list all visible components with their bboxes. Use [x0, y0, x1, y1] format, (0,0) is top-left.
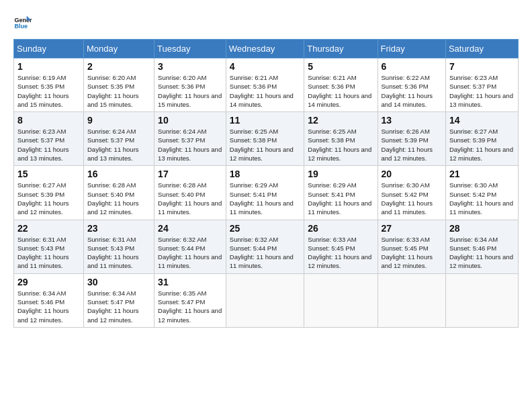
day-info: Sunrise: 6:25 AMSunset: 5:38 PMDaylight:…	[308, 128, 371, 162]
calendar-week-1: 1 Sunrise: 6:19 AMSunset: 5:35 PMDayligh…	[14, 58, 519, 112]
day-info: Sunrise: 6:32 AMSunset: 5:44 PMDaylight:…	[158, 236, 222, 270]
day-info: Sunrise: 6:23 AMSunset: 5:37 PMDaylight:…	[449, 74, 513, 108]
calendar-cell: 2 Sunrise: 6:20 AMSunset: 5:35 PMDayligh…	[84, 58, 154, 112]
day-number: 17	[158, 169, 222, 179]
day-info: Sunrise: 6:25 AMSunset: 5:38 PMDaylight:…	[230, 128, 294, 162]
day-number: 20	[382, 169, 442, 179]
day-number: 16	[87, 169, 150, 179]
calendar-cell: 17 Sunrise: 6:28 AMSunset: 5:40 PMDaylig…	[154, 166, 226, 220]
calendar-cell: 1 Sunrise: 6:19 AMSunset: 5:35 PMDayligh…	[14, 58, 84, 112]
day-number: 23	[87, 223, 150, 234]
day-info: Sunrise: 6:29 AMSunset: 5:41 PMDaylight:…	[308, 181, 371, 216]
calendar-cell	[445, 273, 518, 327]
calendar-table: SundayMondayTuesdayWednesdayThursdayFrid…	[13, 39, 519, 328]
weekday-header-wednesday: Wednesday	[226, 40, 304, 58]
day-number: 18	[230, 169, 301, 179]
day-number: 5	[308, 61, 373, 72]
day-info: Sunrise: 6:32 AMSunset: 5:44 PMDaylight:…	[230, 236, 294, 270]
day-info: Sunrise: 6:33 AMSunset: 5:45 PMDaylight:…	[308, 236, 371, 270]
calendar-cell: 22 Sunrise: 6:31 AMSunset: 5:43 PMDaylig…	[14, 220, 84, 273]
calendar-week-3: 15 Sunrise: 6:27 AMSunset: 5:39 PMDaylig…	[14, 166, 519, 220]
calendar-week-5: 29 Sunrise: 6:34 AMSunset: 5:46 PMDaylig…	[14, 273, 519, 327]
logo: General Blue	[13, 13, 35, 32]
weekday-header-monday: Monday	[84, 40, 154, 58]
day-info: Sunrise: 6:20 AMSunset: 5:36 PMDaylight:…	[158, 74, 222, 108]
day-number: 24	[158, 223, 222, 234]
calendar-week-4: 22 Sunrise: 6:31 AMSunset: 5:43 PMDaylig…	[14, 220, 519, 273]
day-info: Sunrise: 6:19 AMSunset: 5:35 PMDaylight:…	[17, 74, 69, 108]
calendar-cell: 7 Sunrise: 6:23 AMSunset: 5:37 PMDayligh…	[445, 58, 518, 112]
day-number: 29	[17, 277, 80, 287]
day-number: 8	[17, 115, 80, 126]
day-info: Sunrise: 6:34 AMSunset: 5:46 PMDaylight:…	[17, 289, 69, 324]
day-number: 4	[230, 61, 301, 72]
calendar-cell: 20 Sunrise: 6:30 AMSunset: 5:42 PMDaylig…	[378, 166, 445, 220]
day-number: 10	[158, 115, 222, 126]
weekday-header-saturday: Saturday	[445, 40, 518, 58]
calendar-cell: 6 Sunrise: 6:22 AMSunset: 5:36 PMDayligh…	[378, 58, 445, 112]
header: General Blue	[13, 13, 519, 32]
calendar-cell: 23 Sunrise: 6:31 AMSunset: 5:43 PMDaylig…	[84, 220, 154, 273]
day-info: Sunrise: 6:34 AMSunset: 5:46 PMDaylight:…	[449, 236, 513, 270]
day-info: Sunrise: 6:28 AMSunset: 5:40 PMDaylight:…	[87, 181, 139, 216]
calendar-cell: 18 Sunrise: 6:29 AMSunset: 5:41 PMDaylig…	[226, 166, 304, 220]
calendar-cell: 10 Sunrise: 6:24 AMSunset: 5:37 PMDaylig…	[154, 112, 226, 166]
calendar-cell	[378, 273, 445, 327]
calendar-cell: 4 Sunrise: 6:21 AMSunset: 5:36 PMDayligh…	[226, 58, 304, 112]
day-info: Sunrise: 6:34 AMSunset: 5:47 PMDaylight:…	[87, 289, 139, 324]
calendar-cell: 21 Sunrise: 6:30 AMSunset: 5:42 PMDaylig…	[445, 166, 518, 220]
calendar-cell: 9 Sunrise: 6:24 AMSunset: 5:37 PMDayligh…	[84, 112, 154, 166]
calendar-cell: 25 Sunrise: 6:32 AMSunset: 5:44 PMDaylig…	[226, 220, 304, 273]
calendar-cell: 15 Sunrise: 6:27 AMSunset: 5:39 PMDaylig…	[14, 166, 84, 220]
day-number: 14	[449, 115, 515, 126]
day-info: Sunrise: 6:24 AMSunset: 5:37 PMDaylight:…	[87, 128, 139, 162]
calendar-cell: 27 Sunrise: 6:33 AMSunset: 5:45 PMDaylig…	[378, 220, 445, 273]
day-info: Sunrise: 6:29 AMSunset: 5:41 PMDaylight:…	[230, 181, 294, 216]
day-number: 6	[382, 61, 442, 72]
day-number: 11	[230, 115, 301, 126]
day-number: 12	[308, 115, 373, 126]
calendar-cell: 14 Sunrise: 6:27 AMSunset: 5:39 PMDaylig…	[445, 112, 518, 166]
day-number: 26	[308, 223, 373, 234]
calendar-cell: 24 Sunrise: 6:32 AMSunset: 5:44 PMDaylig…	[154, 220, 226, 273]
day-info: Sunrise: 6:24 AMSunset: 5:37 PMDaylight:…	[158, 128, 222, 162]
weekday-header-sunday: Sunday	[14, 40, 84, 58]
day-number: 9	[87, 115, 150, 126]
day-number: 3	[158, 61, 222, 72]
day-info: Sunrise: 6:33 AMSunset: 5:45 PMDaylight:…	[382, 236, 433, 270]
calendar-cell: 31 Sunrise: 6:35 AMSunset: 5:47 PMDaylig…	[154, 273, 226, 327]
day-info: Sunrise: 6:31 AMSunset: 5:43 PMDaylight:…	[17, 236, 69, 270]
day-number: 2	[87, 61, 150, 72]
day-number: 15	[17, 169, 80, 179]
calendar-cell: 28 Sunrise: 6:34 AMSunset: 5:46 PMDaylig…	[445, 220, 518, 273]
calendar-header-row: SundayMondayTuesdayWednesdayThursdayFrid…	[14, 40, 519, 58]
calendar-cell: 16 Sunrise: 6:28 AMSunset: 5:40 PMDaylig…	[84, 166, 154, 220]
weekday-header-friday: Friday	[378, 40, 445, 58]
day-number: 7	[449, 61, 515, 72]
day-info: Sunrise: 6:30 AMSunset: 5:42 PMDaylight:…	[382, 181, 433, 216]
calendar-cell: 29 Sunrise: 6:34 AMSunset: 5:46 PMDaylig…	[14, 273, 84, 327]
day-info: Sunrise: 6:35 AMSunset: 5:47 PMDaylight:…	[158, 289, 222, 324]
calendar-cell	[304, 273, 378, 327]
day-info: Sunrise: 6:22 AMSunset: 5:36 PMDaylight:…	[382, 74, 433, 108]
day-number: 30	[87, 277, 150, 287]
day-number: 1	[17, 61, 80, 72]
day-number: 13	[382, 115, 442, 126]
day-number: 25	[230, 223, 301, 234]
day-number: 31	[158, 277, 222, 287]
svg-text:Blue: Blue	[14, 23, 28, 30]
calendar-week-2: 8 Sunrise: 6:23 AMSunset: 5:37 PMDayligh…	[14, 112, 519, 166]
calendar-cell: 30 Sunrise: 6:34 AMSunset: 5:47 PMDaylig…	[84, 273, 154, 327]
day-number: 27	[382, 223, 442, 234]
calendar-cell: 19 Sunrise: 6:29 AMSunset: 5:41 PMDaylig…	[304, 166, 378, 220]
calendar-cell: 13 Sunrise: 6:26 AMSunset: 5:39 PMDaylig…	[378, 112, 445, 166]
calendar-cell: 3 Sunrise: 6:20 AMSunset: 5:36 PMDayligh…	[154, 58, 226, 112]
calendar-cell: 8 Sunrise: 6:23 AMSunset: 5:37 PMDayligh…	[14, 112, 84, 166]
day-info: Sunrise: 6:28 AMSunset: 5:40 PMDaylight:…	[158, 181, 222, 216]
day-number: 22	[17, 223, 80, 234]
day-info: Sunrise: 6:30 AMSunset: 5:42 PMDaylight:…	[449, 181, 513, 216]
day-number: 21	[449, 169, 515, 179]
weekday-header-tuesday: Tuesday	[154, 40, 226, 58]
day-info: Sunrise: 6:27 AMSunset: 5:39 PMDaylight:…	[449, 128, 513, 162]
day-info: Sunrise: 6:26 AMSunset: 5:39 PMDaylight:…	[382, 128, 433, 162]
